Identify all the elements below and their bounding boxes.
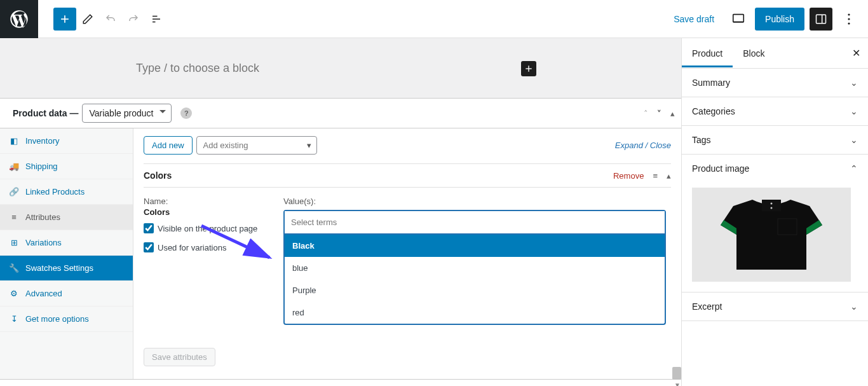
svg-point-11 [848, 22, 850, 24]
save-draft-button[interactable]: Save draft [666, 9, 722, 29]
expand-close-link[interactable]: Expand / Close [615, 141, 671, 150]
dropdown-option-red[interactable]: red [285, 301, 665, 324]
svg-point-15 [771, 203, 773, 205]
block-placeholder[interactable]: Type / to choose a block [0, 38, 681, 98]
sidebar-tab-block[interactable]: Block [733, 39, 775, 67]
grid-icon: ⊞ [9, 238, 19, 247]
attribute-title: Colors [144, 170, 172, 181]
product-image-preview[interactable] [682, 183, 868, 293]
attribute-header: Colors Remove ≡ ▴ [144, 163, 671, 187]
tab-attributes[interactable]: ≡ Attributes [0, 205, 133, 230]
svg-point-10 [848, 18, 850, 20]
help-icon[interactable]: ? [180, 107, 192, 119]
panel-excerpt[interactable]: Excerpt ⌄ [682, 293, 868, 321]
redo-button[interactable] [122, 8, 145, 31]
wordpress-logo[interactable] [0, 0, 38, 38]
dropdown-option-purple[interactable]: Purple [285, 279, 665, 301]
tab-shipping[interactable]: 🚚 Shipping [0, 154, 133, 179]
chevron-down-icon: ⌄ [850, 135, 858, 145]
tab-get-more-options[interactable]: ↧ Get more options [0, 307, 133, 332]
settings-sidebar: Product Block ✕ Summary ⌄ Categories ⌄ T… [681, 38, 868, 386]
drag-handle-icon[interactable]: ≡ [653, 171, 658, 181]
remove-attribute-link[interactable]: Remove [613, 171, 644, 181]
plus-icon [58, 13, 71, 25]
link-icon: 🔗 [9, 187, 19, 196]
panel-categories[interactable]: Categories ⌄ [682, 97, 868, 126]
product-data-tabs: ◧ Inventory 🚚 Shipping 🔗 Linked Products… [0, 128, 133, 379]
select-terms-input[interactable] [285, 211, 665, 233]
tab-swatches-settings[interactable]: 🔧 Swatches Settings [0, 256, 133, 281]
visible-checkbox-row[interactable]: Visible on the product page [144, 223, 271, 233]
list-icon: ≡ [9, 212, 19, 222]
chevron-up-icon: ⌃ [850, 163, 858, 174]
panel-product-image[interactable]: Product image ⌃ [682, 155, 868, 183]
tab-advanced[interactable]: ⚙ Advanced [0, 281, 133, 307]
product-data-header: Product data — Variable product ? ˄ ˅ ▴ [0, 98, 681, 128]
dropdown-option-blue[interactable]: blue [285, 257, 665, 279]
placeholder-text: Type / to choose a block [136, 62, 259, 75]
svg-point-9 [848, 13, 850, 15]
attributes-panel: Add new Add existing Expand / Close Colo… [133, 128, 681, 379]
chevron-up-icon[interactable]: ˄ [644, 109, 648, 118]
plus-icon [524, 64, 534, 74]
chevron-down-icon: ⌄ [850, 106, 858, 116]
download-icon: ↧ [9, 314, 19, 324]
name-value: Colors [144, 207, 271, 217]
more-options-button[interactable] [837, 8, 860, 31]
close-sidebar-button[interactable]: ✕ [844, 47, 868, 59]
save-attributes-button[interactable]: Save attributes [144, 348, 215, 366]
values-label: Value(s): [283, 196, 671, 206]
chevron-down-icon: ⌄ [850, 301, 858, 312]
preview-button[interactable] [727, 8, 750, 31]
undo-button[interactable] [99, 8, 122, 31]
editor-canvas: ▲ ▼ Type / to choose a block Product dat… [0, 38, 681, 386]
chevron-down-icon[interactable]: ˅ [657, 109, 661, 118]
document-outline-button[interactable] [145, 8, 168, 31]
wordpress-icon [10, 10, 28, 28]
product-type-value: Variable product [89, 108, 153, 118]
wrench-icon: 🔧 [9, 263, 19, 273]
select-terms-input-wrap[interactable] [283, 210, 666, 235]
product-image-thumbnail [708, 193, 835, 276]
product-type-select[interactable]: Variable product [82, 104, 172, 123]
caret-up-icon[interactable]: ▴ [670, 109, 675, 118]
visible-checkbox[interactable] [144, 223, 154, 233]
terms-dropdown: Black blue Purple red [283, 235, 666, 325]
add-existing-select[interactable]: Add existing [196, 136, 317, 155]
add-new-button[interactable]: Add new [144, 136, 193, 155]
tab-linked-products[interactable]: 🔗 Linked Products [0, 179, 133, 205]
used-variations-checkbox[interactable] [144, 242, 154, 252]
panel-summary[interactable]: Summary ⌄ [682, 69, 868, 97]
svg-rect-5 [733, 14, 744, 22]
svg-rect-7 [817, 15, 826, 23]
settings-panel-toggle[interactable] [810, 8, 832, 31]
sidebar-tab-product[interactable]: Product [682, 39, 733, 67]
name-label: Name: [144, 196, 271, 206]
chevron-down-icon: ⌄ [850, 78, 858, 88]
svg-point-16 [771, 207, 773, 209]
add-block-button[interactable] [53, 8, 76, 31]
tab-inventory[interactable]: ◧ Inventory [0, 128, 133, 154]
dropdown-option-black[interactable]: Black [285, 235, 665, 257]
used-variations-checkbox-row[interactable]: Used for variations [144, 242, 271, 252]
product-data-label: Product data — [13, 108, 78, 118]
truck-icon: 🚚 [9, 162, 19, 171]
gear-icon: ⚙ [9, 289, 19, 298]
inventory-icon: ◧ [9, 136, 19, 146]
edit-icon[interactable] [76, 8, 99, 31]
collapse-icon[interactable]: ▴ [667, 171, 671, 181]
publish-button[interactable]: Publish [755, 8, 804, 31]
product-short-description-header: Product short description ? ˄ ˅ ▾ [0, 379, 681, 386]
inline-add-block-button[interactable] [521, 61, 536, 76]
tab-variations[interactable]: ⊞ Variations [0, 230, 133, 256]
editor-topbar: Save draft Publish [0, 0, 868, 38]
panel-tags[interactable]: Tags ⌄ [682, 126, 868, 155]
